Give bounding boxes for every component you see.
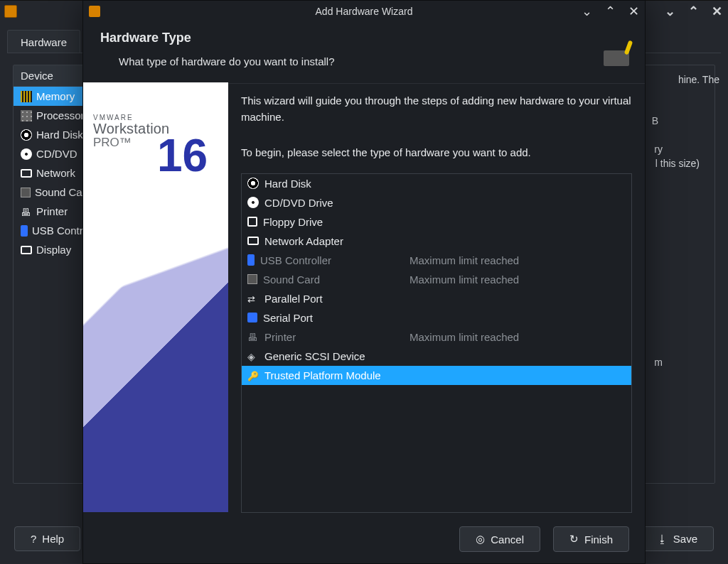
hardware-chip-icon (604, 50, 629, 66)
hardware-type-list[interactable]: Hard Disk CD/DVD Drive Floppy Drive Netw… (241, 173, 632, 513)
cpu-icon (21, 110, 32, 121)
hw-option-label: Sound Card (263, 273, 320, 286)
hw-option-usb: USB Controller Maximum limit reached (242, 251, 631, 270)
detail-text-frag5: m (654, 354, 663, 372)
disk-icon (21, 129, 32, 141)
close-icon[interactable]: ✕ (628, 4, 639, 19)
hw-option-network[interactable]: Network Adapter (242, 232, 631, 251)
network-icon (247, 237, 259, 245)
wizard-buttons-bar: ◎ Cancel ↻ Finish (83, 526, 645, 552)
save-button[interactable]: ⭳ Save (641, 526, 714, 551)
hw-option-label: CD/DVD Drive (264, 197, 333, 209)
device-label: Printer (36, 205, 68, 217)
help-button[interactable]: ? Help (14, 526, 80, 551)
hw-option-sound: Sound Card Maximum limit reached (242, 270, 631, 289)
brand-version: 16 (157, 129, 208, 182)
wizard-title: Add Hardware Wizard (316, 6, 413, 17)
wizard-header: Hardware Type What type of hardware do y… (83, 22, 645, 84)
memory-icon (21, 91, 32, 102)
hw-option-label: Parallel Port (264, 293, 323, 305)
maximize-icon[interactable]: ⌃ (688, 4, 699, 19)
wizard-header-subtitle: What type of hardware do you want to ins… (119, 55, 628, 67)
hw-option-label: Trusted Platform Module (264, 369, 381, 381)
cd-icon (21, 148, 32, 160)
wizard-side-image: VMWARE Workstation PRO™ 16 (83, 82, 228, 512)
hw-option-scsi[interactable]: Generic SCSI Device (242, 347, 631, 366)
app-icon (89, 6, 100, 17)
display-icon (21, 246, 32, 254)
hw-option-label: USB Controller (260, 254, 331, 266)
hw-option-label: Floppy Drive (263, 216, 323, 228)
wizard-right-pane: This wizard will guide you through the s… (228, 82, 645, 512)
maximize-icon[interactable]: ⌃ (605, 4, 616, 19)
finish-button-label: Finish (584, 533, 613, 546)
disk-icon (247, 178, 259, 189)
help-icon: ? (31, 533, 36, 545)
device-label: Display (36, 244, 71, 256)
wizard-intro-1: This wizard will guide you through the s… (241, 92, 632, 126)
serial-icon (247, 313, 257, 322)
brand-block: VMWARE Workstation PRO™ 16 (93, 114, 169, 150)
usb-icon (21, 225, 28, 237)
save-icon: ⭳ (657, 533, 668, 545)
app-icon (4, 5, 17, 18)
cancel-button[interactable]: ◎ Cancel (459, 526, 540, 552)
wizard-window-controls: ⌄ ⌃ ✕ (582, 4, 639, 19)
tab-hardware[interactable]: Hardware (7, 30, 80, 53)
sound-icon (247, 274, 257, 284)
network-icon (21, 169, 32, 178)
scsi-icon (247, 350, 259, 362)
usb-icon (247, 254, 255, 266)
printer-icon (247, 331, 259, 342)
hw-option-label: Printer (264, 331, 296, 343)
floppy-icon (247, 217, 257, 227)
close-icon[interactable]: ✕ (712, 4, 722, 19)
hw-option-floppy[interactable]: Floppy Drive (242, 212, 631, 232)
hw-option-hard-disk[interactable]: Hard Disk (242, 174, 631, 193)
device-label: Hard Disk (36, 129, 83, 141)
cd-icon (247, 197, 259, 208)
detail-text-frag1: hine. The (678, 72, 719, 89)
wizard-intro-2: To begin, please select the type of hard… (241, 144, 632, 161)
help-button-label: Help (42, 533, 64, 545)
add-hardware-wizard-dialog: Add Hardware Wizard ⌄ ⌃ ✕ Hardware Type … (82, 0, 646, 564)
finish-button[interactable]: ↻ Finish (553, 526, 629, 552)
cancel-button-label: Cancel (491, 533, 524, 546)
hw-option-label: Generic SCSI Device (264, 350, 365, 362)
save-button-label: Save (673, 533, 697, 545)
detail-text-frag4: l this size) (655, 156, 700, 173)
printer-icon (21, 206, 32, 217)
refresh-icon: ↻ (569, 533, 579, 546)
hw-option-note: Maximum limit reached (410, 331, 519, 343)
tpm-icon (247, 369, 259, 381)
hw-option-note: Maximum limit reached (410, 254, 519, 266)
cancel-icon: ◎ (476, 533, 485, 546)
device-label: Network (36, 167, 75, 179)
hw-option-printer: Printer Maximum limit reached (242, 327, 631, 347)
parallel-icon (247, 293, 259, 304)
minimize-icon[interactable]: ⌄ (582, 4, 592, 19)
detail-text-frag2: B (652, 113, 658, 130)
vm-settings-window-controls: ⌄ ⌃ ✕ (665, 4, 722, 19)
hw-option-cddvd[interactable]: CD/DVD Drive (242, 193, 631, 212)
hw-option-serial[interactable]: Serial Port (242, 308, 631, 327)
wizard-header-title: Hardware Type (100, 31, 628, 45)
minimize-icon[interactable]: ⌄ (665, 4, 675, 19)
wizard-body: VMWARE Workstation PRO™ 16 This wizard w… (83, 82, 645, 512)
device-label: Memory (36, 90, 75, 102)
device-label: Processors (36, 109, 90, 121)
sound-icon (21, 188, 31, 197)
hw-option-label: Serial Port (263, 312, 313, 324)
device-label: CD/DVD (36, 148, 77, 160)
hw-option-label: Network Adapter (264, 235, 343, 247)
hw-option-label: Hard Disk (264, 178, 311, 190)
hw-option-note: Maximum limit reached (410, 273, 519, 286)
wizard-titlebar: Add Hardware Wizard ⌄ ⌃ ✕ (83, 1, 645, 22)
hw-option-tpm[interactable]: Trusted Platform Module (242, 366, 631, 385)
hw-option-parallel[interactable]: Parallel Port (242, 289, 631, 308)
